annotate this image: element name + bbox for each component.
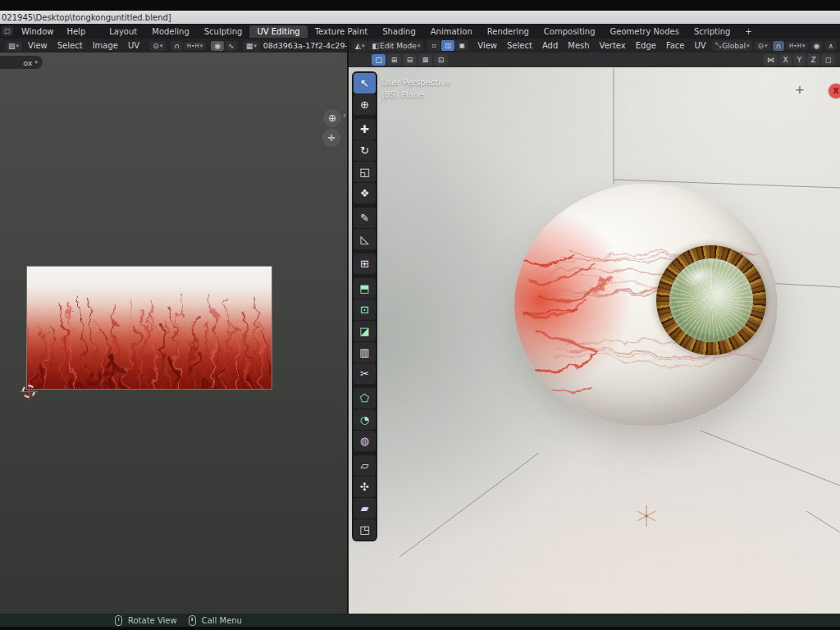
transform[interactable]: ❖	[354, 183, 376, 203]
annotate[interactable]: ✎	[354, 208, 376, 228]
scale[interactable]: ◱	[354, 162, 376, 182]
uv-zoom-button[interactable]: ⊕	[323, 109, 341, 127]
smooth[interactable]: ◍	[354, 431, 376, 451]
uv-snap-with-button[interactable]: H∙H▾	[184, 42, 206, 50]
extrude-region[interactable]: ⬒	[354, 278, 376, 299]
mirror-axis-button[interactable]: Y	[793, 54, 806, 66]
workspace-tab[interactable]: Geometry Nodes	[603, 25, 687, 38]
uv-pan-button[interactable]: ✛	[322, 129, 340, 147]
spin[interactable]: ◔	[354, 409, 376, 430]
uv-editor-type-button[interactable]: ▧▾	[5, 41, 22, 51]
tool-settings-bar: ▢⊞⊟⊠⊡ ⋈ XYZ ◻	[349, 52, 840, 67]
measure[interactable]: ◺	[354, 229, 376, 249]
viewport-menu[interactable]: Vertex	[595, 40, 631, 51]
mirror-axis-button[interactable]: X	[779, 54, 792, 66]
vein-texture-image[interactable]	[27, 267, 272, 389]
app-menu-icon[interactable]: ▢	[2, 26, 13, 36]
poly-build[interactable]: ⬠	[354, 388, 376, 409]
bevel[interactable]: ◪	[354, 321, 376, 341]
empty-axes-object[interactable]	[635, 504, 658, 527]
move[interactable]: ✚	[354, 119, 376, 139]
uv-editor-menu[interactable]: UV	[123, 40, 144, 51]
workspace-tab[interactable]: Animation	[423, 25, 480, 38]
face-select[interactable]: ▣	[455, 40, 468, 51]
mirror-icon: ⋈	[764, 54, 778, 66]
vein-texture-strokes	[27, 267, 272, 389]
select-mode-buttons: ▫◫▣	[427, 40, 468, 51]
vp-proportional-toggle[interactable]: ◉	[810, 41, 824, 51]
uv-tool-dropdown[interactable]: ox▾	[0, 56, 43, 69]
eyeball-model[interactable]	[514, 184, 778, 427]
select-set[interactable]: ▢	[372, 54, 386, 66]
workspace-tab[interactable]: Sculpting	[197, 25, 250, 38]
knife[interactable]: ✂	[354, 363, 376, 384]
transform-orientation-dropdown[interactable]: ⤡ Global▾	[712, 40, 752, 51]
uv-editor-menus: ViewSelectImageUV	[23, 41, 144, 50]
blender-topbar: ▢ WindowHelp LayoutModelingSculptingUV E…	[0, 24, 840, 39]
select-extend[interactable]: ⊞	[387, 54, 401, 66]
workspace-tab[interactable]: Scripting	[687, 25, 737, 38]
viewport-3d[interactable]: ◭▾ ◧ Edit Mode▾ ▫◫▣ ViewSelectAddMeshVer…	[349, 39, 840, 614]
viewport-menu[interactable]: Face	[661, 40, 690, 51]
workspace-tab[interactable]: +	[737, 25, 759, 38]
select-subtract[interactable]: ⊟	[403, 54, 417, 66]
viewport-menu[interactable]: UV	[690, 40, 711, 51]
cursor[interactable]: ⊕	[354, 94, 376, 115]
image-icon: ▦	[246, 42, 253, 50]
select-intersect[interactable]: ⊡	[434, 54, 448, 66]
snap-extra-icon[interactable]: ◻	[821, 54, 835, 66]
inset-faces[interactable]: ⊡	[354, 299, 376, 320]
active-object-name: (85) Plane	[381, 89, 450, 101]
viewport-menu[interactable]: Add	[537, 40, 563, 51]
uv-sidebar-arrow[interactable]: ‹	[343, 111, 346, 120]
select-box[interactable]: ↖	[354, 73, 376, 94]
magnet-icon: ∩	[776, 42, 782, 50]
edge-select[interactable]: ◫	[441, 40, 454, 51]
workspace-tab[interactable]: UV Editing	[249, 25, 307, 38]
magnet-icon: ∩	[174, 42, 180, 50]
uv-editor-menu[interactable]: View	[23, 40, 52, 51]
uv-editor-menu[interactable]: Image	[88, 40, 123, 51]
vp-snap-with-button[interactable]: H∙H▾	[786, 42, 808, 50]
workspace-tab[interactable]: Texture Paint	[308, 25, 376, 38]
uv-proportional-toggle[interactable]: ◉	[211, 41, 224, 51]
workspace-tab[interactable]: Modeling	[144, 25, 197, 38]
uv-falloff-button[interactable]: ∿	[225, 41, 238, 51]
workspace-tab[interactable]: Compositing	[536, 25, 603, 38]
uv-2d-cursor[interactable]	[22, 385, 35, 398]
uv-pivot-button[interactable]: ⊙▾	[149, 41, 166, 51]
topbar-menu[interactable]: Help	[60, 25, 92, 38]
add-cube[interactable]: ⊞	[354, 253, 376, 274]
shear[interactable]: ▰	[354, 498, 376, 518]
select-invert[interactable]: ⊠	[418, 54, 432, 66]
mode-dropdown[interactable]: ◧ Edit Mode▾	[368, 41, 423, 51]
image-browse-button[interactable]: ▦▾	[243, 41, 260, 51]
vp-pivot-button[interactable]: ⊙▾	[754, 41, 770, 51]
shrink-fatten[interactable]: ✣	[354, 477, 376, 497]
workspace-tab[interactable]: Rendering	[480, 25, 536, 38]
viewport-overlay-text: User Perspective (85) Plane	[381, 76, 450, 101]
workspace-tab[interactable]: Layout	[102, 25, 144, 38]
vp-snap-toggle[interactable]: ∩	[773, 41, 785, 51]
loop-cut[interactable]: ▥	[354, 342, 376, 363]
viewport-menu[interactable]: Edge	[631, 40, 661, 51]
mirror-axis-button[interactable]: Z	[807, 54, 819, 66]
viewport-editor-type-button[interactable]: ◭▾	[352, 41, 368, 51]
viewport-menu[interactable]: Select	[502, 40, 537, 51]
navigation-gizmo-x-axis[interactable]: X	[829, 84, 840, 98]
uv-snap-toggle[interactable]: ∩	[171, 41, 183, 51]
edge-slide[interactable]: ▱	[354, 455, 376, 476]
viewport-menu[interactable]: View	[472, 40, 502, 51]
viewport-toolbar: ↖⊕✚↻◱❖✎◺⊞⬒⊡◪▥✂⬠◔◍▱✣▰◳	[352, 71, 377, 541]
workspace: ▧▾ ViewSelectImageUV ⊙▾ ∩ H∙H▾ ◉ ∿ ▦▾ 08…	[0, 39, 840, 614]
viewport-menu[interactable]: Mesh	[563, 40, 594, 51]
snap-with-icon: H∙H	[187, 43, 199, 49]
topbar-menu[interactable]: Window	[15, 25, 60, 38]
rotate[interactable]: ↻	[354, 140, 376, 161]
rip-region[interactable]: ◳	[354, 519, 376, 540]
uv-editor-menu[interactable]: Select	[52, 40, 88, 51]
proportional-editing-icon: ◉	[214, 42, 221, 50]
vp-falloff-button[interactable]: ∧	[824, 41, 837, 51]
vertex-select[interactable]: ▫	[427, 40, 441, 51]
workspace-tab[interactable]: Shading	[375, 25, 423, 38]
